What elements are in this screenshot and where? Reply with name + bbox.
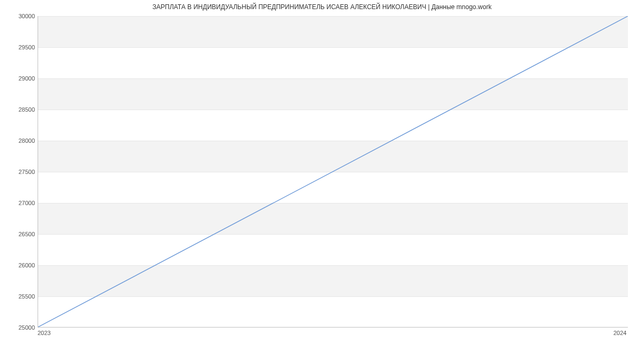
y-tick-label: 26500	[3, 231, 35, 237]
chart-svg	[38, 16, 628, 327]
y-tick-label: 27000	[3, 200, 35, 206]
y-tick-label: 28500	[3, 106, 35, 113]
y-tick-label: 27500	[3, 169, 35, 175]
x-tick-label: 2024	[613, 330, 626, 336]
y-tick-label: 25500	[3, 293, 35, 300]
y-tick-label: 28000	[3, 137, 35, 144]
y-tick-label: 25000	[3, 324, 35, 331]
chart-container: ЗАРПЛАТА В ИНДИВИДУАЛЬНЫЙ ПРЕДПРИНИМАТЕЛ…	[0, 0, 644, 349]
plot-area	[38, 16, 628, 328]
y-tick-label: 29500	[3, 44, 35, 50]
chart-title: ЗАРПЛАТА В ИНДИВИДУАЛЬНЫЙ ПРЕДПРИНИМАТЕЛ…	[0, 3, 644, 11]
y-tick-label: 29000	[3, 75, 35, 82]
y-tick-label: 30000	[3, 13, 35, 19]
data-line	[38, 16, 628, 327]
x-tick-label: 2023	[38, 330, 50, 336]
y-tick-label: 26000	[3, 262, 35, 268]
